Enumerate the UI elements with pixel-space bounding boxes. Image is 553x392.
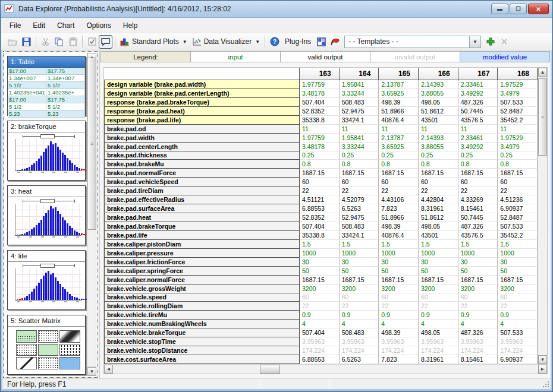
menu-item-options[interactable]: Options: [80, 18, 117, 33]
table-cell[interactable]: 1687.15: [419, 169, 458, 178]
table-cell[interactable]: 4: [300, 320, 340, 328]
table-cell[interactable]: 11: [340, 125, 379, 134]
table-cell[interactable]: 22: [300, 302, 340, 311]
table-cell[interactable]: 35452.2: [498, 231, 538, 240]
row-label[interactable]: brake.pad.centerLength: [104, 142, 300, 151]
plugin-flag-button[interactable]: [328, 35, 342, 49]
table-cell[interactable]: 43501: [419, 116, 458, 125]
table-cell[interactable]: 1.5: [379, 240, 419, 249]
table-cell[interactable]: 0.9: [498, 311, 538, 320]
table-cell[interactable]: 3200: [340, 284, 379, 293]
table-cell[interactable]: 2.14393: [419, 134, 458, 143]
table-cell[interactable]: 174.224: [300, 346, 340, 355]
table-cell[interactable]: 52.9475: [340, 213, 379, 222]
table-cell[interactable]: 7.823: [379, 204, 419, 213]
table-cell[interactable]: 174.224: [340, 346, 379, 355]
row-label[interactable]: brake.pad.vehicleSpeed: [104, 177, 300, 186]
table-cell[interactable]: 43576.5: [458, 116, 498, 125]
thumbnail-body[interactable]: [8, 262, 85, 309]
table-cell[interactable]: 3.95963: [340, 337, 379, 346]
table-cell[interactable]: 0.25: [419, 151, 458, 160]
table-cell[interactable]: 1000: [379, 249, 419, 258]
table-cell[interactable]: 3.88055: [419, 143, 458, 151]
table-cell[interactable]: 4.51236: [498, 195, 538, 204]
thumbnail-body[interactable]: [8, 197, 85, 245]
paste-button[interactable]: [66, 35, 80, 49]
table-cell[interactable]: 60: [300, 293, 340, 302]
table-cell[interactable]: 7.823: [379, 355, 419, 364]
table-cell[interactable]: 3.95963: [379, 337, 419, 346]
table-cell[interactable]: 508.483: [340, 98, 379, 107]
table-cell[interactable]: 35338.8: [300, 116, 340, 125]
row-label[interactable]: brake.caliper.normalForce: [104, 275, 300, 284]
row-label[interactable]: brake.pad.brakeTorque: [104, 222, 300, 231]
table-cell[interactable]: 4.33269: [458, 195, 498, 204]
scroll-up-icon[interactable]: ▲: [538, 68, 547, 77]
table-cell[interactable]: 1.5: [340, 240, 379, 249]
table-cell[interactable]: 1.97529: [498, 134, 538, 143]
row-label[interactable]: brake.pad.normalForce: [104, 168, 300, 178]
table-cell[interactable]: 40876.4: [379, 231, 419, 240]
table-cell[interactable]: 4.43106: [379, 195, 419, 204]
table-cell[interactable]: 6.5263: [340, 204, 379, 213]
table-cell[interactable]: 498.39: [379, 328, 419, 337]
grid-vscroll-thumb[interactable]: ≡: [538, 78, 547, 156]
table-cell[interactable]: 30: [498, 258, 538, 267]
table-cell[interactable]: 11: [458, 125, 498, 134]
table-cell[interactable]: 50: [419, 267, 458, 276]
table-cell[interactable]: 4: [458, 320, 498, 328]
row-label[interactable]: response (brake.pad.life): [104, 115, 300, 125]
table-cell[interactable]: 1687.15: [340, 169, 379, 178]
table-cell[interactable]: 508.483: [340, 328, 379, 337]
column-header[interactable]: 165: [379, 68, 419, 80]
table-cell[interactable]: 22: [458, 302, 498, 311]
row-label[interactable]: brake.vehicle.stopTime: [104, 337, 300, 346]
thumbnail-body[interactable]: [8, 327, 85, 374]
row-label[interactable]: brake.pad.thickness: [104, 151, 300, 160]
row-label[interactable]: brake.pad.effectiveRadius: [104, 195, 300, 204]
table-cell[interactable]: 11: [419, 125, 458, 134]
table-cell[interactable]: 1000: [340, 249, 379, 258]
row-label[interactable]: brake.vehicle.numBrakingWheels: [104, 319, 300, 328]
table-cell[interactable]: 507.533: [498, 328, 538, 337]
table-cell[interactable]: 35338.8: [300, 231, 340, 240]
row-label[interactable]: response (brake.pad.heat): [104, 106, 300, 116]
copy-button[interactable]: [52, 35, 66, 49]
table-cell[interactable]: 30: [300, 258, 340, 267]
plugin-grid-button[interactable]: [315, 35, 328, 49]
column-header[interactable]: 168: [498, 68, 538, 80]
table-cell[interactable]: 11: [498, 125, 538, 134]
table-cell[interactable]: 3200: [379, 284, 419, 293]
table-cell[interactable]: 3.48178: [300, 89, 340, 98]
title-bar[interactable]: Data Explorer (Probabilistic Analysis)[U…: [1, 1, 552, 18]
table-cell[interactable]: 3.49292: [458, 143, 498, 151]
table-cell[interactable]: 1.5: [419, 240, 458, 249]
table-cell[interactable]: 0.25: [458, 151, 498, 160]
table-cell[interactable]: 0.8: [419, 160, 458, 169]
table-cell[interactable]: 1.95841: [340, 80, 379, 89]
table-cell[interactable]: 6.88553: [300, 204, 340, 213]
table-cell[interactable]: 1.97529: [498, 80, 538, 89]
column-header[interactable]: 164: [340, 68, 379, 80]
table-cell[interactable]: 43501: [419, 231, 458, 240]
grid-hscroll-thumb[interactable]: [260, 365, 280, 374]
chart-thumbnail-2[interactable]: 2: brakeTorque: [7, 121, 86, 181]
row-label[interactable]: brake.pad.brakeMu: [104, 159, 300, 169]
table-cell[interactable]: 1000: [498, 249, 538, 258]
table-cell[interactable]: 1687.15: [379, 169, 419, 178]
sidebar-scrollbar[interactable]: ▲ ≡ ▼: [87, 53, 96, 376]
table-cell[interactable]: 4: [379, 320, 419, 328]
scroll-right-icon[interactable]: ►: [538, 365, 547, 374]
table-cell[interactable]: 50: [300, 267, 340, 276]
column-header[interactable]: 166: [419, 68, 458, 80]
restore-button[interactable]: ❐: [510, 4, 527, 14]
table-cell[interactable]: 507.404: [300, 328, 340, 337]
table-cell[interactable]: 2.13787: [379, 80, 419, 89]
table-cell[interactable]: 51.8612: [419, 107, 458, 116]
table-cell[interactable]: 174.224: [379, 346, 419, 355]
row-label[interactable]: brake.cost.surfaceArea: [104, 355, 300, 364]
table-cell[interactable]: 0.25: [340, 151, 379, 160]
table-cell[interactable]: 3200: [300, 284, 340, 293]
table-cell[interactable]: 0.8: [340, 160, 379, 169]
table-cell[interactable]: 1.5: [458, 240, 498, 249]
